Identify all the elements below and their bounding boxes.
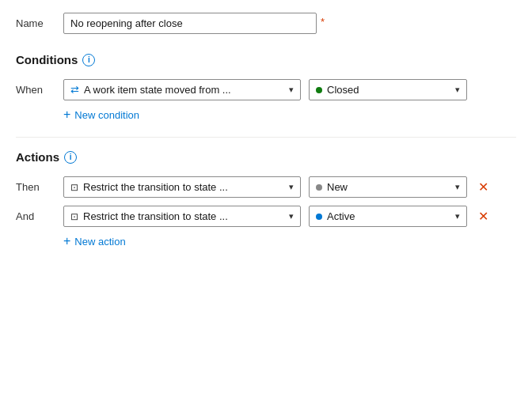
- conditions-title: Conditions: [16, 53, 78, 66]
- name-input[interactable]: [63, 13, 317, 34]
- new-condition-plus-icon: +: [63, 108, 70, 121]
- active-state-dot: [316, 214, 322, 220]
- conditions-header: Conditions i: [16, 53, 516, 66]
- action1-remove-button[interactable]: ✕: [475, 180, 492, 195]
- action2-state-text: Active: [327, 210, 355, 222]
- conditions-section: Conditions i When ⇄ A work item state mo…: [16, 53, 516, 121]
- transfer-icon: ⇄: [70, 84, 79, 96]
- name-row: Name *: [16, 13, 516, 34]
- new-condition-link[interactable]: + New condition: [63, 108, 516, 121]
- action2-type-content: ⊡ Restrict the transition to state ...: [70, 210, 284, 222]
- action2-state-dropdown[interactable]: Active ▾: [309, 206, 467, 227]
- closed-state-dot: [316, 87, 322, 93]
- actions-title: Actions: [16, 150, 59, 164]
- condition-type-arrow: ▾: [289, 85, 294, 95]
- condition-type-content: ⇄ A work item state moved from ...: [70, 84, 284, 96]
- restrict1-icon: ⊡: [70, 182, 78, 193]
- condition-state-arrow: ▾: [455, 85, 460, 95]
- new-state-dot: [316, 184, 322, 191]
- required-star: *: [321, 16, 325, 28]
- actions-header: Actions i: [16, 150, 516, 164]
- action1-state-content: New: [316, 181, 450, 193]
- then-row: Then ⊡ Restrict the transition to state …: [16, 176, 516, 198]
- action1-type-text: Restrict the transition to state ...: [83, 181, 228, 193]
- action1-type-content: ⊡ Restrict the transition to state ...: [70, 181, 284, 193]
- new-action-link[interactable]: + New action: [63, 235, 516, 248]
- then-label: Then: [16, 181, 55, 193]
- condition-type-text: A work item state moved from ...: [84, 84, 231, 96]
- action1-type-dropdown[interactable]: ⊡ Restrict the transition to state ... ▾: [63, 176, 301, 198]
- action2-state-arrow: ▾: [455, 211, 460, 221]
- action1-state-dropdown[interactable]: New ▾: [309, 176, 467, 198]
- new-action-plus-icon: +: [63, 235, 70, 248]
- action1-state-text: New: [327, 181, 348, 193]
- and-label: And: [16, 210, 55, 222]
- action2-state-content: Active: [316, 210, 450, 222]
- action2-type-dropdown[interactable]: ⊡ Restrict the transition to state ... ▾: [63, 206, 301, 227]
- when-label: When: [16, 84, 55, 96]
- condition-state-dropdown[interactable]: Closed ▾: [309, 79, 467, 100]
- condition-type-dropdown[interactable]: ⇄ A work item state moved from ... ▾: [63, 79, 301, 100]
- conditions-info-icon[interactable]: i: [82, 54, 95, 66]
- actions-info-icon[interactable]: i: [64, 151, 77, 164]
- name-label: Name: [16, 17, 63, 29]
- action2-type-text: Restrict the transition to state ...: [83, 210, 228, 222]
- new-condition-label: New condition: [74, 109, 139, 121]
- actions-section: Actions i Then ⊡ Restrict the transition…: [16, 150, 516, 248]
- action1-state-arrow: ▾: [455, 182, 460, 192]
- action2-remove-button[interactable]: ✕: [475, 209, 492, 225]
- new-action-label: New action: [74, 236, 125, 248]
- action2-type-arrow: ▾: [289, 211, 294, 221]
- action1-type-arrow: ▾: [289, 182, 294, 192]
- condition-state-content: Closed: [316, 84, 450, 96]
- name-input-wrapper: *: [63, 13, 317, 34]
- restrict2-icon: ⊡: [70, 211, 78, 222]
- divider: [16, 137, 516, 138]
- and-row: And ⊡ Restrict the transition to state .…: [16, 206, 516, 227]
- closed-state-text: Closed: [327, 84, 359, 96]
- when-row: When ⇄ A work item state moved from ... …: [16, 79, 516, 100]
